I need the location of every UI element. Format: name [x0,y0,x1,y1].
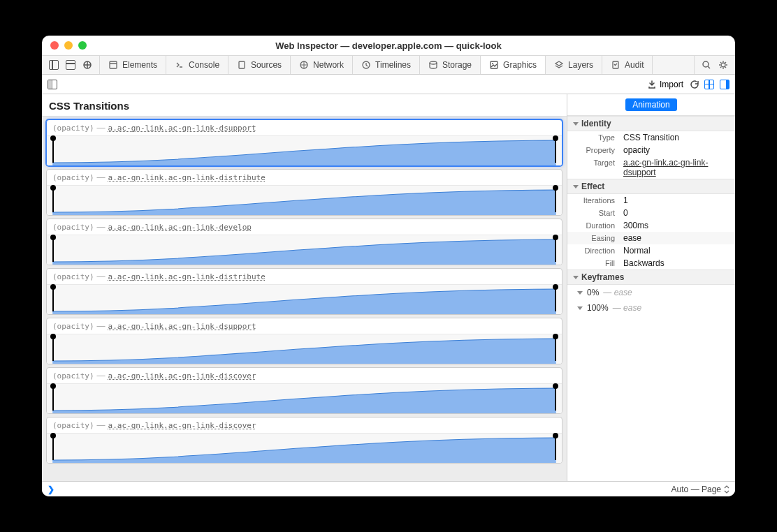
tab-sources[interactable]: Sources [228,56,291,74]
keyframe-handle-end[interactable] [555,385,556,411]
effect-section-head[interactable]: Effect [567,179,735,194]
transition-header: (opacity) — a.ac-gn-link.ac-gn-link-deve… [47,219,562,235]
dock-left-icon[interactable] [49,60,59,70]
tab-timelines[interactable]: Timelines [353,56,420,74]
undock-icon[interactable] [82,60,92,70]
gear-icon[interactable] [718,60,728,70]
dock-bottom-icon[interactable] [66,60,75,70]
maximize-button[interactable] [78,41,87,50]
keyframe-handle-end[interactable] [555,435,556,460]
transition-property: (opacity) [52,124,94,133]
keyframe-handle-end[interactable] [555,286,556,311]
traffic-lights [50,41,87,50]
keyframe-handle-start[interactable] [52,138,54,163]
easing-curve[interactable] [47,285,562,314]
transition-header: (opacity) — a.ac-gn-link.ac-gn-link-disc… [47,368,562,384]
keyframe-handle-end[interactable] [555,138,556,163]
svg-line-23 [725,62,726,63]
transition-item[interactable]: (opacity) — a.ac-gn-link.ac-gn-link-dsup… [46,119,562,166]
transition-target-link[interactable]: a.ac-gn-link.ac-gn-link-discover [108,421,256,430]
svg-point-15 [721,63,725,67]
right-panel-toggle-icon[interactable] [720,80,729,89]
tab-bar: Elements Console Sources Network Timelin… [42,55,735,75]
property-row: Easing ease [567,232,735,244]
easing-curve[interactable] [47,136,562,165]
property-value: 1 [623,195,729,205]
transition-item[interactable]: (opacity) — a.ac-gn-link.ac-gn-link-deve… [46,219,562,265]
grid-view-icon[interactable] [704,80,714,89]
tab-console[interactable]: Console [166,56,228,74]
transition-item[interactable]: (opacity) — a.ac-gn-link.ac-gn-link-dsup… [46,318,562,364]
keyframe-offset: 0% [587,288,599,297]
keyframe-row[interactable]: 100% — ease [567,300,735,316]
property-row: Type CSS Transition [567,131,735,144]
tab-audit[interactable]: Audit [602,56,653,74]
keyframe-handle-start[interactable] [52,385,54,411]
tab-network[interactable]: Network [291,56,353,74]
easing-curve[interactable] [47,334,562,364]
search-icon[interactable] [702,60,711,70]
keyframe-easing: — ease [613,303,641,313]
transition-target-link[interactable]: a.ac-gn-link.ac-gn-link-dsupport [108,124,256,133]
keyframe-handle-start[interactable] [52,336,54,361]
minimize-button[interactable] [64,41,73,50]
disclosure-icon [577,306,583,310]
footer-bar: ❯ Auto — Page [42,481,735,496]
transition-header: (opacity) — a.ac-gn-link.ac-gn-link-dist… [47,170,562,186]
tab-elements[interactable]: Elements [100,56,166,74]
property-label: Type [573,133,615,142]
keyframe-handle-start[interactable] [52,435,54,460]
import-button[interactable]: Import [647,80,683,89]
easing-curve[interactable] [47,434,562,463]
left-panel-toggle-icon[interactable] [48,80,57,89]
details-sidebar: Animation Identity Type CSS TransitionPr… [567,94,735,481]
tab-layers[interactable]: Layers [546,56,602,74]
transition-item[interactable]: (opacity) — a.ac-gn-link.ac-gn-link-disc… [46,367,562,414]
close-button[interactable] [50,41,59,50]
transition-header: (opacity) — a.ac-gn-link.ac-gn-link-dsup… [47,120,562,136]
svg-point-11 [492,63,493,64]
transition-target-link[interactable]: a.ac-gn-link.ac-gn-link-discover [108,371,256,380]
transition-target-link[interactable]: a.ac-gn-link.ac-gn-link-distribute [108,272,266,281]
keyframes-section-head[interactable]: Keyframes [567,269,735,285]
transition-item[interactable]: (opacity) — a.ac-gn-link.ac-gn-link-disc… [46,417,562,464]
animation-badge[interactable]: Animation [625,98,676,111]
page-selector[interactable]: Auto — Page [671,485,729,494]
transition-header: (opacity) — a.ac-gn-link.ac-gn-link-disc… [47,418,562,434]
transition-property: (opacity) [52,173,94,182]
tab-graphics[interactable]: Graphics [481,56,546,74]
property-label: Property [573,146,615,154]
keyframe-row[interactable]: 0% — ease [567,285,735,300]
easing-curve[interactable] [47,186,562,215]
transition-target-link[interactable]: a.ac-gn-link.ac-gn-link-develop [108,223,252,232]
transition-target-link[interactable]: a.ac-gn-link.ac-gn-link-distribute [108,173,266,182]
keyframe-handle-start[interactable] [52,237,54,262]
transition-target-link[interactable]: a.ac-gn-link.ac-gn-link-dsupport [108,322,256,331]
keyframe-handle-end[interactable] [555,336,556,361]
keyframe-handle-start[interactable] [52,187,54,212]
content-area: CSS Transitions (opacity) — a.ac-gn-link… [42,94,735,481]
property-value: CSS Transition [623,133,729,142]
keyframe-handle-start[interactable] [52,286,54,311]
tab-storage[interactable]: Storage [420,56,481,74]
keyframe-handle-end[interactable] [555,237,556,262]
easing-curve[interactable] [47,235,562,265]
transition-item[interactable]: (opacity) — a.ac-gn-link.ac-gn-link-dist… [46,169,562,216]
property-row: Target a.ac-gn-link.ac-gn-link-dsupport [567,156,735,179]
console-prompt-icon[interactable]: ❯ [48,485,55,494]
svg-line-21 [725,67,726,68]
window-title: Web Inspector — developer.apple.com — qu… [42,40,735,51]
svg-rect-3 [110,61,117,68]
transition-item[interactable]: (opacity) — a.ac-gn-link.ac-gn-link-dist… [46,268,562,315]
property-label: Easing [573,234,615,242]
identity-section-head[interactable]: Identity [567,116,735,131]
svg-rect-6 [239,61,245,68]
keyframe-handle-end[interactable] [555,187,556,212]
property-row: Direction Normal [567,244,735,257]
keyframe-easing: — ease [603,288,632,297]
section-title: CSS Transitions [42,94,567,117]
easing-curve[interactable] [47,384,562,413]
reload-icon[interactable] [689,80,699,89]
property-value[interactable]: a.ac-gn-link.ac-gn-link-dsupport [623,158,729,177]
disclosure-icon [577,291,583,295]
